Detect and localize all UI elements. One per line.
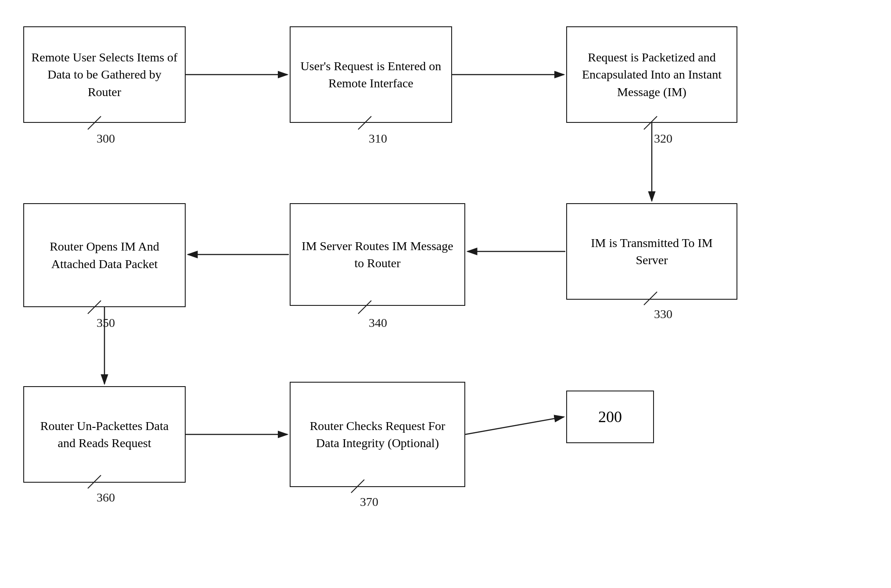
box-330: IM is Transmitted To IM Server: [566, 203, 737, 300]
box-350: Router Opens IM And Attached Data Packet: [23, 203, 186, 307]
box-350-text: Router Opens IM And Attached Data Packet: [31, 238, 178, 272]
box-340-text: IM Server Routes IM Message to Router: [298, 237, 457, 272]
box-360-text: Router Un-Packettes Data and Reads Reque…: [31, 417, 178, 452]
ref-360: 360: [97, 491, 115, 505]
box-300-text: Remote User Selects Items of Data to be …: [31, 49, 178, 100]
arrow-370-200: [465, 417, 564, 434]
diagram: Remote User Selects Items of Data to be …: [0, 0, 891, 588]
ref-310: 310: [369, 132, 387, 146]
ref-330: 330: [654, 307, 672, 321]
box-310: User's Request is Entered on Remote Inte…: [290, 26, 452, 123]
box-330-text: IM is Transmitted To IM Server: [574, 234, 729, 269]
box-370: Router Checks Request For Data Integrity…: [290, 382, 465, 487]
ref-370: 370: [360, 495, 378, 509]
box-310-text: User's Request is Entered on Remote Inte…: [298, 57, 444, 92]
box-360: Router Un-Packettes Data and Reads Reque…: [23, 386, 186, 483]
box-340: IM Server Routes IM Message to Router: [290, 203, 465, 306]
box-320-text: Request is Packetized and Encapsulated I…: [574, 49, 729, 100]
box-320: Request is Packetized and Encapsulated I…: [566, 26, 737, 123]
box-370-text: Router Checks Request For Data Integrity…: [298, 417, 457, 452]
ref-350: 350: [97, 316, 115, 330]
box-300: Remote User Selects Items of Data to be …: [23, 26, 186, 123]
ref-340: 340: [369, 316, 387, 330]
box-200-text: 200: [598, 406, 622, 428]
ref-320: 320: [654, 132, 672, 146]
ref-300: 300: [97, 132, 115, 146]
box-200: 200: [566, 391, 654, 443]
